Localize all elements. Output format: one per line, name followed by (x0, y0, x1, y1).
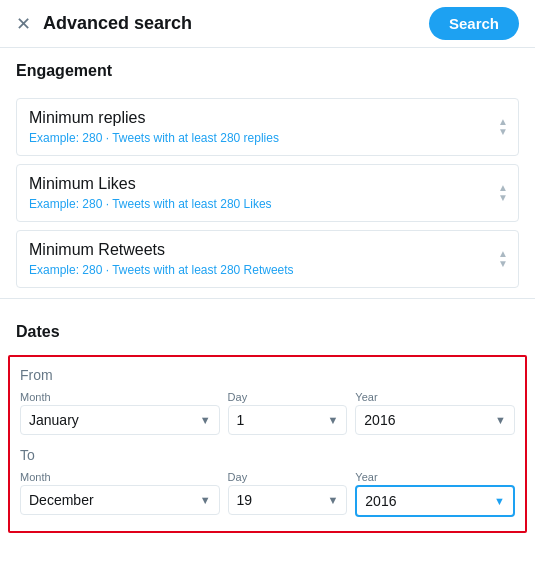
to-month-label: Month (20, 471, 220, 483)
to-selects: Month December ▼ Day 19 ▼ Year 2016 ▼ (20, 471, 515, 517)
from-day-value: 1 (237, 412, 245, 428)
from-label: From (20, 367, 515, 383)
to-separator: To (20, 447, 515, 463)
minimum-retweets-hint: Example: 280 · Tweets with at least 280 … (29, 263, 506, 277)
to-year-value: 2016 (365, 493, 396, 509)
minimum-likes-label: Minimum Likes (29, 175, 506, 193)
from-year-value: 2016 (364, 412, 395, 428)
from-year-select[interactable]: 2016 ▼ (355, 405, 515, 435)
to-year-select[interactable]: 2016 ▼ (355, 485, 515, 517)
from-month-value: January (29, 412, 79, 428)
to-month-group: Month December ▼ (20, 471, 220, 517)
minimum-replies-hint: Example: 280 · Tweets with at least 280 … (29, 131, 506, 145)
to-month-select[interactable]: December ▼ (20, 485, 220, 515)
minimum-likes-field[interactable]: Minimum Likes Example: 280 · Tweets with… (16, 164, 519, 222)
chevron-down-icon: ▼ (200, 414, 211, 426)
to-day-value: 19 (237, 492, 253, 508)
search-button[interactable]: Search (429, 7, 519, 40)
chevron-down-icon-6: ▼ (494, 495, 505, 507)
chevron-down-icon-2: ▼ (327, 414, 338, 426)
header-left: ✕ Advanced search (16, 13, 192, 35)
to-day-group: Day 19 ▼ (228, 471, 348, 517)
to-year-label: Year (355, 471, 515, 483)
close-icon[interactable]: ✕ (16, 13, 31, 35)
from-selects: Month January ▼ Day 1 ▼ Year 2016 ▼ (20, 391, 515, 435)
from-day-group: Day 1 ▼ (228, 391, 348, 435)
minimum-retweets-label: Minimum Retweets (29, 241, 506, 259)
to-label: To (20, 447, 515, 463)
from-month-label: Month (20, 391, 220, 403)
chevron-down-icon-3: ▼ (495, 414, 506, 426)
to-month-value: December (29, 492, 94, 508)
dates-section-title: Dates (0, 309, 535, 351)
section-divider (0, 298, 535, 299)
minimum-retweets-field[interactable]: Minimum Retweets Example: 280 · Tweets w… (16, 230, 519, 288)
spinner-icon-3: ▲▼ (498, 249, 508, 269)
chevron-down-icon-4: ▼ (200, 494, 211, 506)
from-day-label: Day (228, 391, 348, 403)
minimum-replies-field[interactable]: Minimum replies Example: 280 · Tweets wi… (16, 98, 519, 156)
minimum-likes-hint: Example: 280 · Tweets with at least 280 … (29, 197, 506, 211)
to-year-group: Year 2016 ▼ (355, 471, 515, 517)
minimum-replies-label: Minimum replies (29, 109, 506, 127)
to-day-label: Day (228, 471, 348, 483)
engagement-section: Engagement Minimum replies Example: 280 … (0, 48, 535, 288)
spinner-icon: ▲▼ (498, 117, 508, 137)
from-day-select[interactable]: 1 ▼ (228, 405, 348, 435)
dates-box: From Month January ▼ Day 1 ▼ Year 2016 (8, 355, 527, 533)
from-year-label: Year (355, 391, 515, 403)
spinner-icon-2: ▲▼ (498, 183, 508, 203)
from-month-group: Month January ▼ (20, 391, 220, 435)
page-title: Advanced search (43, 13, 192, 34)
header: ✕ Advanced search Search (0, 0, 535, 48)
engagement-section-title: Engagement (0, 48, 535, 90)
to-day-select[interactable]: 19 ▼ (228, 485, 348, 515)
chevron-down-icon-5: ▼ (327, 494, 338, 506)
from-month-select[interactable]: January ▼ (20, 405, 220, 435)
dates-section: Dates From Month January ▼ Day 1 ▼ Year (0, 309, 535, 533)
from-year-group: Year 2016 ▼ (355, 391, 515, 435)
